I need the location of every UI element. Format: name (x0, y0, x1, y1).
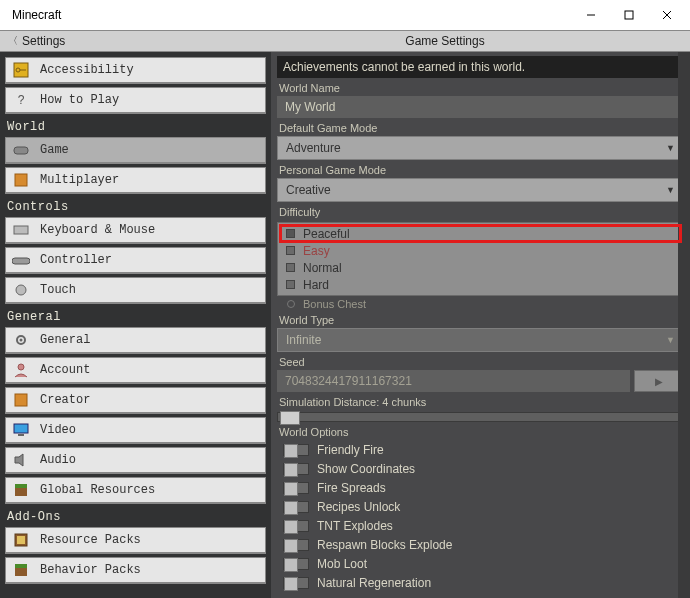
sidebar-item-audio[interactable]: Audio (5, 447, 266, 474)
sidebar-item-resourcepacks[interactable]: Resource Packs (5, 527, 266, 554)
worldtype-label: World Type (277, 310, 684, 328)
toggle-icon (283, 577, 309, 589)
difficulty-dropdown-open[interactable]: Peaceful Easy Normal Hard (277, 222, 684, 296)
seed-input: 7048324417911167321 (277, 370, 630, 392)
sidebar-item-touch[interactable]: Touch (5, 277, 266, 304)
maximize-button[interactable] (610, 2, 648, 28)
sidebar-item-creator[interactable]: Creator (5, 387, 266, 414)
sub-header: 〈 Settings Game Settings (0, 30, 690, 52)
toggle-show-coordinates[interactable]: Show Coordinates (277, 459, 684, 478)
sidebar-label: Multiplayer (40, 173, 119, 187)
account-icon (12, 361, 30, 379)
window-title: Minecraft (4, 8, 572, 22)
settings-sidebar: Accessibility ? How to Play World Game M… (0, 52, 271, 598)
world-options-label: World Options (277, 422, 684, 440)
toggle-friendly-fire[interactable]: Friendly Fire (277, 440, 684, 459)
worldname-input[interactable]: My World (277, 96, 684, 118)
gamepad-icon (12, 251, 30, 269)
svg-rect-22 (15, 564, 27, 568)
sidebar-label: Global Resources (40, 483, 155, 497)
bonus-chest-label: Bonus Chest (303, 298, 366, 310)
sidebar-label: Controller (40, 253, 112, 267)
svg-point-13 (18, 364, 24, 370)
toggle-tnt-explodes[interactable]: TNT Explodes (277, 516, 684, 535)
simulation-distance-label: Simulation Distance: 4 chunks (277, 392, 684, 410)
sidebar-label: General (40, 333, 90, 347)
difficulty-option-easy[interactable]: Easy (280, 242, 681, 259)
svg-rect-8 (15, 174, 27, 186)
sidebar-label: Creator (40, 393, 90, 407)
sidebar-category-controls: Controls (5, 197, 266, 217)
sidebar-item-game[interactable]: Game (5, 137, 266, 164)
toggle-respawn-blocks-explode[interactable]: Respawn Blocks Explode (277, 535, 684, 554)
toggle-natural-regeneration[interactable]: Natural Regeneration (277, 573, 684, 592)
svg-rect-19 (15, 488, 27, 496)
sidebar-item-controller[interactable]: Controller (5, 247, 266, 274)
multiplayer-icon (12, 171, 30, 189)
toggle-label: Friendly Fire (317, 443, 384, 457)
toggle-fire-spreads[interactable]: Fire Spreads (277, 478, 684, 497)
monitor-icon (12, 421, 30, 439)
chevron-down-icon: ▼ (666, 143, 675, 153)
seed-value: 7048324417911167321 (285, 374, 412, 388)
difficulty-option-label: Easy (303, 244, 330, 258)
defaultgamemode-label: Default Game Mode (277, 118, 684, 136)
worldtype-dropdown: Infinite▼ (277, 328, 684, 352)
toggle-label: TNT Explodes (317, 519, 393, 533)
page-title: Game Settings (405, 34, 484, 48)
seed-picker-button[interactable]: ▶ (634, 370, 684, 392)
sidebar-item-howtoplay[interactable]: ? How to Play (5, 87, 266, 114)
personalgamemode-dropdown[interactable]: Creative▼ (277, 178, 684, 202)
simulation-distance-slider[interactable] (277, 412, 684, 422)
svg-rect-16 (18, 434, 24, 436)
svg-point-12 (20, 339, 23, 342)
sidebar-label: How to Play (40, 93, 119, 107)
speaker-icon (12, 451, 30, 469)
toggle-icon (283, 482, 309, 494)
radio-icon (286, 263, 295, 272)
gear-icon (12, 331, 30, 349)
defaultgamemode-value: Adventure (286, 141, 341, 155)
toggle-icon (283, 558, 309, 570)
content-scrollbar[interactable] (678, 52, 690, 598)
svg-rect-21 (17, 536, 25, 544)
difficulty-option-peaceful[interactable]: Peaceful (280, 225, 681, 242)
achievement-warning: Achievements cannot be earned in this wo… (277, 56, 684, 78)
sidebar-item-account[interactable]: Account (5, 357, 266, 384)
sidebar-item-keyboard[interactable]: Keyboard & Mouse (5, 217, 266, 244)
sidebar-label: Audio (40, 453, 76, 467)
svg-rect-1 (625, 11, 633, 19)
close-button[interactable] (648, 2, 686, 28)
sidebar-category-world: World (5, 117, 266, 137)
sidebar-item-accessibility[interactable]: Accessibility (5, 57, 266, 84)
worldname-label: World Name (277, 78, 684, 96)
window-titlebar: Minecraft (0, 0, 690, 30)
radio-icon (286, 229, 295, 238)
key-icon (12, 61, 30, 79)
worldname-value: My World (285, 100, 335, 114)
difficulty-option-normal[interactable]: Normal (280, 259, 681, 276)
back-button[interactable]: 〈 Settings (0, 34, 65, 48)
sidebar-item-behaviorpacks[interactable]: Behavior Packs (5, 557, 266, 584)
svg-rect-9 (14, 226, 28, 234)
grass-block-icon (12, 561, 30, 579)
defaultgamemode-dropdown[interactable]: Adventure▼ (277, 136, 684, 160)
sidebar-item-general[interactable]: General (5, 327, 266, 354)
difficulty-option-hard[interactable]: Hard (280, 276, 681, 293)
main-area: Accessibility ? How to Play World Game M… (0, 52, 690, 598)
minimize-button[interactable] (572, 2, 610, 28)
grass-block-icon (12, 481, 30, 499)
difficulty-option-label: Peaceful (303, 227, 350, 241)
chevron-left-icon: 〈 (8, 34, 18, 48)
sidebar-item-video[interactable]: Video (5, 417, 266, 444)
creator-icon (12, 391, 30, 409)
sidebar-item-multiplayer[interactable]: Multiplayer (5, 167, 266, 194)
toggle-mob-loot[interactable]: Mob Loot (277, 554, 684, 573)
svg-rect-7 (14, 147, 28, 154)
sidebar-item-globalresources[interactable]: Global Resources (5, 477, 266, 504)
bonus-chest-row: Bonus Chest (277, 298, 684, 310)
toggle-icon (283, 539, 309, 551)
toggle-recipes-unlock[interactable]: Recipes Unlock (277, 497, 684, 516)
seed-label: Seed (277, 352, 684, 370)
touch-icon (12, 281, 30, 299)
